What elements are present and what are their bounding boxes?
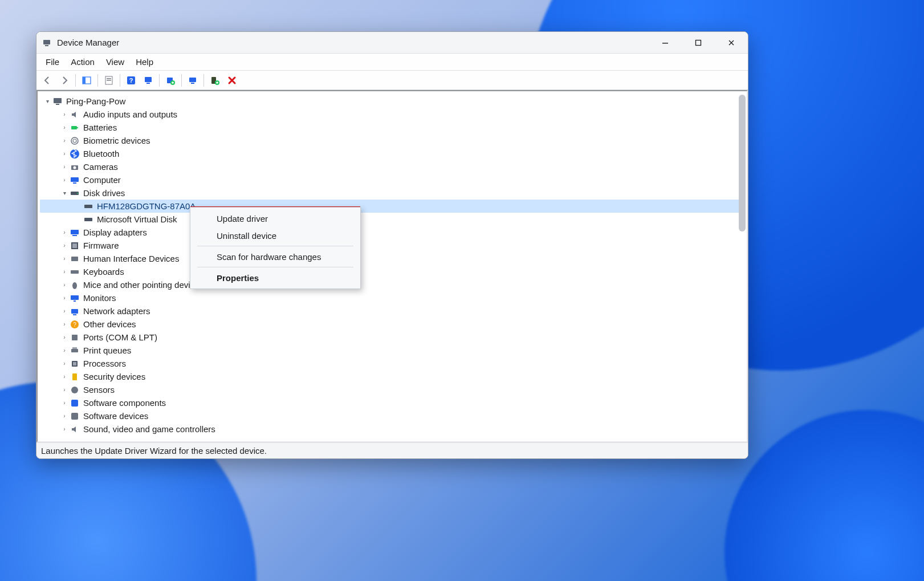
node-label: Print queues <box>83 346 131 355</box>
add-legacy-hardware-button[interactable] <box>207 73 222 88</box>
update-driver-button[interactable] <box>163 73 178 88</box>
menu-action[interactable]: Action <box>65 55 100 69</box>
svg-rect-34 <box>72 235 77 236</box>
monitor-icon <box>70 293 80 303</box>
expander-icon[interactable]: › <box>60 281 68 289</box>
expander-icon[interactable]: › <box>60 294 68 302</box>
tree-category[interactable]: ›Software components <box>40 396 744 409</box>
expander-icon[interactable]: › <box>60 124 68 132</box>
tree-category[interactable]: ›Display adapters <box>40 226 744 239</box>
properties-button[interactable] <box>101 73 116 88</box>
expander-icon[interactable]: › <box>60 320 68 328</box>
toolbar-separator <box>181 74 182 87</box>
node-label: Biometric devices <box>83 136 150 145</box>
expander-icon[interactable]: › <box>60 373 68 381</box>
node-label: Other devices <box>83 319 136 329</box>
svg-point-23 <box>73 139 76 143</box>
svg-rect-41 <box>74 300 76 302</box>
expander-icon[interactable]: › <box>60 255 68 263</box>
node-label: Disk drives <box>83 188 125 198</box>
svg-rect-38 <box>71 270 79 274</box>
menu-view[interactable]: View <box>100 55 130 69</box>
tree-category[interactable]: ›Firmware <box>40 239 744 252</box>
software-device-icon <box>70 411 80 421</box>
forward-button[interactable] <box>57 73 72 88</box>
software-component-icon <box>70 398 80 408</box>
expander-icon[interactable]: › <box>60 412 68 420</box>
tree-category[interactable]: ›Monitors <box>40 291 744 304</box>
expander-icon[interactable]: › <box>60 137 68 145</box>
svg-rect-54 <box>71 413 78 420</box>
ctx-label: Uninstall device <box>217 231 276 241</box>
node-label: Processors <box>83 359 126 368</box>
tree-category[interactable]: ›Ports (COM & LPT) <box>40 331 744 344</box>
tree-category[interactable]: ›Cameras <box>40 160 744 173</box>
enable-device-button[interactable] <box>185 73 200 88</box>
expander-icon[interactable]: › <box>60 242 68 250</box>
expander-icon[interactable]: › <box>60 111 68 119</box>
maximize-button[interactable] <box>682 32 715 53</box>
tree-category[interactable]: ›Mice and other pointing devices <box>40 278 744 291</box>
expander-icon[interactable]: › <box>60 425 68 433</box>
tree-root[interactable]: ▾ Ping-Pang-Pow <box>40 95 744 108</box>
ctx-uninstall-device[interactable]: Uninstall device <box>190 227 360 244</box>
ctx-scan-hardware[interactable]: Scan for hardware changes <box>190 248 360 265</box>
svg-rect-2 <box>662 43 668 43</box>
expander-icon[interactable]: › <box>60 334 68 342</box>
menu-help[interactable]: Help <box>130 55 159 69</box>
tree-category[interactable]: ›Print queues <box>40 344 744 357</box>
tree-category[interactable]: ›Batteries <box>40 121 744 134</box>
tree-category[interactable]: ›Processors <box>40 357 744 370</box>
scan-hardware-button[interactable] <box>141 73 156 88</box>
expander-icon[interactable]: › <box>60 360 68 368</box>
back-button[interactable] <box>40 73 55 88</box>
expander-icon[interactable]: › <box>60 386 68 394</box>
expander-icon[interactable]: › <box>60 229 68 237</box>
tree-category[interactable]: ›Security devices <box>40 370 744 383</box>
device-tree[interactable]: ▾ Ping-Pang-Pow ›Audio inputs and output… <box>40 94 744 439</box>
svg-point-22 <box>71 137 78 144</box>
expander-icon[interactable]: › <box>60 399 68 407</box>
tree-category[interactable]: ›Software devices <box>40 409 744 422</box>
tree-category[interactable]: ›Audio inputs and outputs <box>40 108 744 121</box>
expander-icon[interactable]: › <box>60 150 68 158</box>
expander-icon[interactable]: › <box>60 163 68 171</box>
tree-category-disk-drives[interactable]: ▾Disk drives <box>40 186 744 200</box>
expander-icon[interactable]: ▾ <box>43 97 51 105</box>
minimize-button[interactable] <box>649 32 682 53</box>
expander-icon[interactable]: › <box>60 176 68 184</box>
show-hide-tree-button[interactable] <box>79 73 94 88</box>
tree-category[interactable]: ›?Other devices <box>40 318 744 331</box>
ctx-properties[interactable]: Properties <box>190 269 360 286</box>
svg-text:?: ? <box>73 322 76 328</box>
node-label: Network adapters <box>83 306 150 316</box>
disk-icon <box>83 214 93 225</box>
node-label: Sound, video and game controllers <box>83 424 215 434</box>
tree-category[interactable]: ›Computer <box>40 173 744 186</box>
tree-category[interactable]: ›Keyboards <box>40 265 744 278</box>
tree-category[interactable]: ›Human Interface Devices <box>40 252 744 265</box>
tree-device-selected[interactable]: ·HFM128GDGTNG-87A0A <box>40 200 744 213</box>
tree-device[interactable]: ·Microsoft Virtual Disk <box>40 213 744 226</box>
ctx-update-driver[interactable]: Update driver <box>190 210 360 227</box>
expander-icon[interactable]: › <box>60 347 68 355</box>
close-button[interactable] <box>715 32 748 53</box>
tree-category[interactable]: ›Bluetooth <box>40 147 744 160</box>
svg-rect-0 <box>43 40 50 44</box>
expander-icon[interactable]: › <box>60 307 68 315</box>
app-icon <box>42 38 51 47</box>
svg-rect-15 <box>189 78 196 82</box>
tree-category[interactable]: ›Biometric devices <box>40 134 744 147</box>
expander-icon[interactable]: › <box>60 268 68 276</box>
tree-category[interactable]: ›Sound, video and game controllers <box>40 422 744 436</box>
tree-category[interactable]: ›Network adapters <box>40 304 744 318</box>
help-button[interactable]: ? <box>124 73 139 88</box>
node-label: Software components <box>83 398 166 408</box>
menu-file[interactable]: File <box>40 55 65 69</box>
tree-category[interactable]: ›Sensors <box>40 383 744 396</box>
expander-icon[interactable]: ▾ <box>60 189 68 197</box>
status-text: Launches the Update Driver Wizard for th… <box>41 446 267 456</box>
uninstall-device-button[interactable] <box>225 73 239 88</box>
scrollbar[interactable] <box>739 95 746 231</box>
node-label: Sensors <box>83 385 115 395</box>
